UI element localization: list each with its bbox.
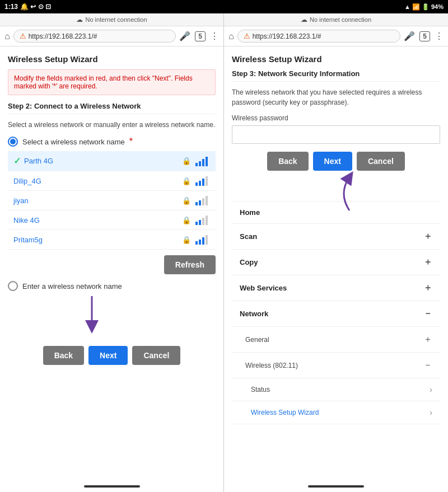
signal-icon-jiyan <box>194 195 210 205</box>
enter-network-radio[interactable] <box>8 281 18 291</box>
error-banner: Modify the fields marked in red, and the… <box>8 69 216 95</box>
menu-wireless-setup-wizard[interactable]: Wireless Setup Wizard › <box>232 401 440 424</box>
enter-network-row[interactable]: Enter a wireless network name <box>8 281 216 291</box>
back-button-left[interactable]: Back <box>43 346 84 365</box>
no-internet-icon: ☁ <box>76 16 83 24</box>
svg-rect-3 <box>206 157 208 166</box>
network-name-parth4g: Parth 4G <box>24 157 182 165</box>
network-item-dilip4g[interactable]: Dilip_4G 🔒 <box>8 171 216 191</box>
general-plus-icon: ＋ <box>423 334 432 345</box>
scan-plus-icon: ＋ <box>423 231 432 242</box>
required-star: * <box>129 137 133 147</box>
menu-scan[interactable]: Scan ＋ <box>232 224 440 250</box>
back-button-right[interactable]: Back <box>267 152 308 171</box>
bottom-bar-right <box>224 481 448 492</box>
step3-desc: The wireless network that you have selec… <box>232 87 440 107</box>
url-bar-right[interactable]: ⚠ https://192.168.223.1/# <box>237 30 401 43</box>
select-network-radio-row[interactable]: Select a wireless network name * <box>8 137 216 147</box>
menu-network-label: Network <box>240 310 268 318</box>
more-icon-right[interactable]: ⋮ <box>435 31 444 41</box>
svg-rect-1 <box>199 161 201 166</box>
svg-rect-14 <box>202 218 204 225</box>
battery-icon: 🔋 <box>422 3 430 11</box>
menu-home-label: Home <box>240 208 260 217</box>
network-item-nike4g[interactable]: Nike 4G 🔒 <box>8 210 216 230</box>
browser-icons-right: 🎤 5 ⋮ <box>404 31 444 41</box>
svg-rect-15 <box>206 215 208 225</box>
signal-icon: 📶 <box>412 3 420 11</box>
network-name-pritam5g: Pritam5g <box>13 236 182 244</box>
svg-rect-0 <box>195 163 198 166</box>
wireless-minus-icon: － <box>423 359 432 371</box>
home-icon-right[interactable]: ⌂ <box>228 31 234 41</box>
tab-count-right[interactable]: 5 <box>419 31 430 41</box>
no-internet-icon-right: ☁ <box>301 16 307 24</box>
menu-wireless-80211[interactable]: Wireless (802.11) － <box>232 353 440 378</box>
svg-rect-11 <box>206 196 208 205</box>
menu-copy[interactable]: Copy ＋ <box>232 250 440 275</box>
select-network-radio[interactable] <box>8 137 18 147</box>
status-right: ▲ 📶 🔋 94% <box>404 3 444 11</box>
time: 1:13 <box>4 3 18 11</box>
refresh-row: Refresh <box>8 255 216 274</box>
enter-network-label: Enter a wireless network name <box>22 282 122 290</box>
next-button-right[interactable]: Next <box>313 152 352 171</box>
bottom-indicator-right <box>308 485 364 488</box>
next-button-left[interactable]: Next <box>88 346 128 365</box>
menu-webservices[interactable]: Web Services ＋ <box>232 275 440 301</box>
mic-icon-right[interactable]: 🎤 <box>404 31 415 41</box>
lock-icon-nike4g: 🔒 <box>182 216 191 224</box>
network-list: ✓ Parth 4G 🔒 Dilip_4G 🔒 <box>8 151 216 250</box>
signal-icon-nike4g <box>194 215 210 225</box>
browser-bar-right: ⌂ ⚠ https://192.168.223.1/# 🎤 5 ⋮ <box>224 26 448 46</box>
more-icon[interactable]: ⋮ <box>210 31 219 41</box>
tab-count-left[interactable]: 5 <box>195 31 206 41</box>
menu-status[interactable]: Status › <box>232 378 440 401</box>
svg-rect-8 <box>195 202 198 205</box>
network-item-pritam5g[interactable]: Pritam5g 🔒 <box>8 230 216 250</box>
notification-icons: 🔔 ↩ ⊙ ⊡ <box>20 3 51 11</box>
svg-rect-4 <box>195 182 198 186</box>
svg-rect-10 <box>202 198 204 205</box>
password-input[interactable] <box>232 125 440 144</box>
status-chevron: › <box>430 385 432 394</box>
step2-desc: Select a wireless network or manually en… <box>8 120 216 130</box>
left-page-title: Wireless Setup Wizard <box>8 54 216 64</box>
wifi-icon: ▲ <box>404 3 410 10</box>
lock-icon-jiyan: 🔒 <box>182 196 191 205</box>
network-item-jiyan[interactable]: jiyan 🔒 <box>8 191 216 210</box>
no-internet-banner-right: ☁ No internet connection <box>224 13 448 26</box>
menu-general[interactable]: General ＋ <box>232 327 440 353</box>
signal-icon-dilip4g <box>194 176 210 186</box>
svg-rect-16 <box>195 241 198 245</box>
menu-webservices-label: Web Services <box>240 284 287 292</box>
network-name-nike4g: Nike 4G <box>13 216 182 224</box>
cancel-button-left[interactable]: Cancel <box>132 346 180 365</box>
menu-network[interactable]: Network － <box>232 301 440 327</box>
signal-icon-pritam5g <box>194 235 210 245</box>
left-btn-row: Back Next Cancel <box>8 346 216 365</box>
home-icon[interactable]: ⌂ <box>4 31 10 41</box>
svg-rect-7 <box>206 176 208 186</box>
svg-rect-19 <box>206 235 208 245</box>
svg-rect-9 <box>199 200 201 205</box>
svg-rect-5 <box>199 181 201 186</box>
right-btn-row-positioned: Back Next Cancel <box>232 152 440 171</box>
bottom-menu: Home Scan ＋ Copy ＋ Web Services ＋ Networ… <box>232 201 440 424</box>
wizard-chevron: › <box>430 408 432 417</box>
refresh-button[interactable]: Refresh <box>164 255 216 274</box>
check-icon: ✓ <box>13 156 21 166</box>
url-bar-left[interactable]: ⚠ https://192.168.223.1/# <box>13 30 176 43</box>
url-text-left: https://192.168.223.1/# <box>29 32 97 40</box>
network-name-jiyan: jiyan <box>13 196 182 205</box>
svg-rect-18 <box>202 237 204 245</box>
lock-icon-dilip4g: 🔒 <box>182 177 191 185</box>
svg-rect-13 <box>199 220 201 225</box>
cancel-button-right[interactable]: Cancel <box>357 152 405 171</box>
mic-icon[interactable]: 🎤 <box>179 31 190 41</box>
network-minus-icon: － <box>423 308 432 320</box>
lock-icon-parth4g: 🔒 <box>182 157 191 165</box>
network-item-parth4g[interactable]: ✓ Parth 4G 🔒 <box>8 151 216 171</box>
menu-home[interactable]: Home <box>232 202 440 224</box>
menu-copy-label: Copy <box>240 258 258 266</box>
